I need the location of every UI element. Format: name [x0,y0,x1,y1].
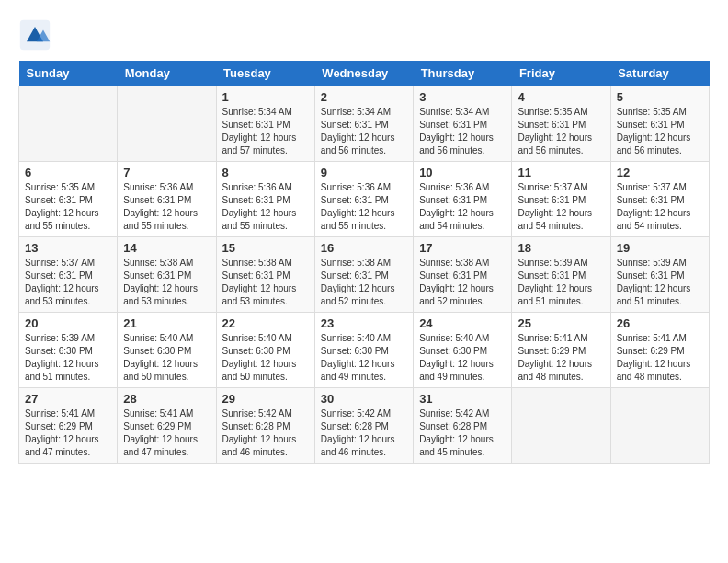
day-info: Sunrise: 5:36 AM Sunset: 6:31 PM Dayligh… [123,181,210,233]
day-info: Sunrise: 5:36 AM Sunset: 6:31 PM Dayligh… [222,181,309,233]
day-header-wednesday: Wednesday [314,61,413,86]
calendar-cell: 20Sunrise: 5:39 AM Sunset: 6:30 PM Dayli… [19,313,118,388]
day-number: 21 [123,316,210,330]
calendar-cell: 1Sunrise: 5:34 AM Sunset: 6:31 PM Daylig… [216,86,314,162]
day-number: 10 [419,166,506,179]
day-number: 12 [617,166,703,179]
day-number: 8 [222,166,309,179]
calendar-cell [610,388,709,464]
calendar-cell: 3Sunrise: 5:34 AM Sunset: 6:31 PM Daylig… [414,86,512,162]
calendar-cell: 6Sunrise: 5:35 AM Sunset: 6:31 PM Daylig… [19,162,118,237]
calendar-cell: 30Sunrise: 5:42 AM Sunset: 6:28 PM Dayli… [314,388,413,464]
day-info: Sunrise: 5:39 AM Sunset: 6:31 PM Dayligh… [617,257,703,308]
day-number: 22 [222,316,309,330]
day-info: Sunrise: 5:41 AM Sunset: 6:29 PM Dayligh… [123,408,210,459]
day-number: 28 [123,392,210,406]
day-number: 11 [518,166,604,179]
calendar-cell: 5Sunrise: 5:35 AM Sunset: 6:31 PM Daylig… [610,86,709,162]
calendar-cell: 10Sunrise: 5:36 AM Sunset: 6:31 PM Dayli… [414,162,512,237]
day-info: Sunrise: 5:38 AM Sunset: 6:31 PM Dayligh… [123,257,210,308]
calendar-week-row: 13Sunrise: 5:37 AM Sunset: 6:31 PM Dayli… [19,237,710,313]
day-number: 29 [222,392,309,406]
day-info: Sunrise: 5:35 AM Sunset: 6:31 PM Dayligh… [617,106,703,157]
calendar-cell: 14Sunrise: 5:38 AM Sunset: 6:31 PM Dayli… [118,237,216,313]
calendar-cell [118,86,216,162]
calendar-cell: 24Sunrise: 5:40 AM Sunset: 6:30 PM Dayli… [414,313,512,388]
calendar-cell: 8Sunrise: 5:36 AM Sunset: 6:31 PM Daylig… [216,162,314,237]
day-info: Sunrise: 5:42 AM Sunset: 6:28 PM Dayligh… [321,408,407,459]
day-number: 13 [25,241,111,255]
day-info: Sunrise: 5:37 AM Sunset: 6:31 PM Dayligh… [617,181,703,233]
calendar-cell: 4Sunrise: 5:35 AM Sunset: 6:31 PM Daylig… [512,86,610,162]
day-info: Sunrise: 5:40 AM Sunset: 6:30 PM Dayligh… [222,332,309,384]
calendar-week-row: 20Sunrise: 5:39 AM Sunset: 6:30 PM Dayli… [19,313,710,388]
calendar-cell [512,388,610,464]
calendar-cell: 31Sunrise: 5:42 AM Sunset: 6:28 PM Dayli… [414,388,512,464]
calendar-cell: 17Sunrise: 5:38 AM Sunset: 6:31 PM Dayli… [414,237,512,313]
day-info: Sunrise: 5:42 AM Sunset: 6:28 PM Dayligh… [222,408,309,459]
day-info: Sunrise: 5:38 AM Sunset: 6:31 PM Dayligh… [222,257,309,308]
day-info: Sunrise: 5:41 AM Sunset: 6:29 PM Dayligh… [617,332,703,384]
day-number: 20 [25,316,111,330]
day-header-friday: Friday [512,61,610,86]
day-info: Sunrise: 5:36 AM Sunset: 6:31 PM Dayligh… [321,181,407,233]
day-info: Sunrise: 5:34 AM Sunset: 6:31 PM Dayligh… [419,106,506,157]
calendar-cell: 19Sunrise: 5:39 AM Sunset: 6:31 PM Dayli… [610,237,709,313]
day-number: 25 [518,316,604,330]
day-info: Sunrise: 5:39 AM Sunset: 6:31 PM Dayligh… [518,257,604,308]
day-number: 27 [25,392,111,406]
day-header-saturday: Saturday [610,61,709,86]
day-number: 14 [123,241,210,255]
day-header-monday: Monday [118,61,216,86]
day-number: 24 [419,316,506,330]
calendar-week-row: 1Sunrise: 5:34 AM Sunset: 6:31 PM Daylig… [19,86,710,162]
day-header-sunday: Sunday [19,61,118,86]
calendar-cell: 18Sunrise: 5:39 AM Sunset: 6:31 PM Dayli… [512,237,610,313]
day-number: 9 [321,166,407,179]
day-info: Sunrise: 5:38 AM Sunset: 6:31 PM Dayligh… [419,257,506,308]
logo-icon [18,18,51,52]
calendar-cell: 9Sunrise: 5:36 AM Sunset: 6:31 PM Daylig… [314,162,413,237]
calendar-cell: 27Sunrise: 5:41 AM Sunset: 6:29 PM Dayli… [19,388,118,464]
logo [18,18,57,52]
day-info: Sunrise: 5:42 AM Sunset: 6:28 PM Dayligh… [419,408,506,459]
day-info: Sunrise: 5:38 AM Sunset: 6:31 PM Dayligh… [321,257,407,308]
day-info: Sunrise: 5:39 AM Sunset: 6:30 PM Dayligh… [25,332,111,384]
day-info: Sunrise: 5:41 AM Sunset: 6:29 PM Dayligh… [518,332,604,384]
calendar-cell [19,86,118,162]
calendar-cell: 7Sunrise: 5:36 AM Sunset: 6:31 PM Daylig… [118,162,216,237]
calendar-cell: 2Sunrise: 5:34 AM Sunset: 6:31 PM Daylig… [314,86,413,162]
day-info: Sunrise: 5:40 AM Sunset: 6:30 PM Dayligh… [321,332,407,384]
day-number: 1 [222,90,309,104]
calendar-header-row: SundayMondayTuesdayWednesdayThursdayFrid… [19,61,710,86]
calendar-cell: 11Sunrise: 5:37 AM Sunset: 6:31 PM Dayli… [512,162,610,237]
day-number: 17 [419,241,506,255]
day-number: 30 [321,392,407,406]
day-number: 16 [321,241,407,255]
day-number: 19 [617,241,703,255]
calendar-cell: 21Sunrise: 5:40 AM Sunset: 6:30 PM Dayli… [118,313,216,388]
calendar-cell: 22Sunrise: 5:40 AM Sunset: 6:30 PM Dayli… [216,313,314,388]
day-info: Sunrise: 5:34 AM Sunset: 6:31 PM Dayligh… [222,106,309,157]
day-info: Sunrise: 5:36 AM Sunset: 6:31 PM Dayligh… [419,181,506,233]
day-number: 15 [222,241,309,255]
calendar-cell: 23Sunrise: 5:40 AM Sunset: 6:30 PM Dayli… [314,313,413,388]
day-number: 23 [321,316,407,330]
day-number: 18 [518,241,604,255]
calendar-cell: 16Sunrise: 5:38 AM Sunset: 6:31 PM Dayli… [314,237,413,313]
calendar-cell: 12Sunrise: 5:37 AM Sunset: 6:31 PM Dayli… [610,162,709,237]
day-info: Sunrise: 5:40 AM Sunset: 6:30 PM Dayligh… [123,332,210,384]
calendar-cell: 28Sunrise: 5:41 AM Sunset: 6:29 PM Dayli… [118,388,216,464]
day-number: 3 [419,90,506,104]
calendar-cell: 15Sunrise: 5:38 AM Sunset: 6:31 PM Dayli… [216,237,314,313]
calendar-week-row: 6Sunrise: 5:35 AM Sunset: 6:31 PM Daylig… [19,162,710,237]
calendar-cell: 13Sunrise: 5:37 AM Sunset: 6:31 PM Dayli… [19,237,118,313]
calendar-table: SundayMondayTuesdayWednesdayThursdayFrid… [18,61,710,464]
day-number: 26 [617,316,703,330]
day-info: Sunrise: 5:40 AM Sunset: 6:30 PM Dayligh… [419,332,506,384]
day-info: Sunrise: 5:34 AM Sunset: 6:31 PM Dayligh… [321,106,407,157]
calendar-cell: 26Sunrise: 5:41 AM Sunset: 6:29 PM Dayli… [610,313,709,388]
page-header [18,18,710,52]
day-info: Sunrise: 5:35 AM Sunset: 6:31 PM Dayligh… [518,106,604,157]
day-info: Sunrise: 5:41 AM Sunset: 6:29 PM Dayligh… [25,408,111,459]
